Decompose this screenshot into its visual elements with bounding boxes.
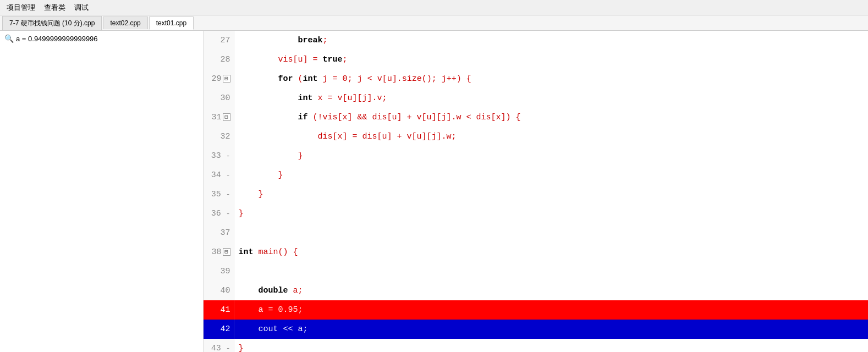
line-number: 29⊟ xyxy=(204,69,234,89)
table-row: 42 cout << a; xyxy=(204,320,868,339)
main-area: 🔍 a = 0.9499999999999996 27 break; 28 vi… xyxy=(0,31,868,352)
code-content: if (!vis[x] && dis[u] + v[u][j].w < dis[… xyxy=(234,108,868,127)
code-content: double a; xyxy=(234,281,868,300)
table-row: 29⊟ for (int j = 0; j < v[u].size(); j++… xyxy=(204,69,868,89)
table-row: 38⊟ int main() { xyxy=(204,243,868,262)
watch-value: a = 0.9499999999999996 xyxy=(16,35,98,43)
tab-bar: 7-7 硬币找钱问题 (10 分).cpp text02.cpp text01.… xyxy=(0,15,868,31)
tab-text01[interactable]: text01.cpp xyxy=(149,16,194,30)
line-number: 37 xyxy=(204,223,234,243)
watch-item: 🔍 a = 0.9499999999999996 xyxy=(4,34,199,43)
line-number: 40 xyxy=(204,281,234,300)
code-content: int x = v[u][j].v; xyxy=(234,89,868,108)
code-content: } xyxy=(234,146,868,166)
line-number: 34 - xyxy=(204,166,234,185)
code-content: dis[x] = dis[u] + v[u][j].w; xyxy=(234,127,868,146)
code-content: a = 0.95; xyxy=(234,300,868,320)
code-content: cout << a; xyxy=(234,320,868,339)
table-row: 34 - } xyxy=(204,166,868,185)
line-number: 42 xyxy=(204,320,234,339)
table-row: 30 int x = v[u][j].v; xyxy=(204,89,868,108)
menu-view[interactable]: 查看类 xyxy=(40,1,70,15)
code-area[interactable]: 27 break; 28 vis[u] = true; 29⊟ for (int… xyxy=(204,31,868,352)
line-number: 41 xyxy=(204,300,234,320)
fold-31[interactable]: ⊟ xyxy=(223,113,230,121)
line-number: 30 xyxy=(204,89,234,108)
line-number: 33 - xyxy=(204,146,234,166)
line-number: 32 xyxy=(204,127,234,146)
table-row: 35 - } xyxy=(204,185,868,204)
menu-project[interactable]: 项目管理 xyxy=(2,1,40,15)
code-content xyxy=(234,262,868,281)
table-row: 43 - } xyxy=(204,339,868,352)
table-row: 40 double a; xyxy=(204,281,868,300)
table-row: 32 dis[x] = dis[u] + v[u][j].w; xyxy=(204,127,868,146)
line-number: 38⊟ xyxy=(204,243,234,262)
code-content: break; xyxy=(234,31,868,50)
table-row: 36 - } xyxy=(204,204,868,223)
line-number: 35 - xyxy=(204,185,234,204)
watch-icon: 🔍 xyxy=(4,34,14,43)
code-content: int main() { xyxy=(234,243,868,262)
code-content: } xyxy=(234,166,868,185)
table-row: 31⊟ if (!vis[x] && dis[u] + v[u][j].w < … xyxy=(204,108,868,127)
line-number: 36 - xyxy=(204,204,234,223)
code-content xyxy=(234,223,868,243)
tab-coin-problem[interactable]: 7-7 硬币找钱问题 (10 分).cpp xyxy=(2,16,102,30)
code-content: for (int j = 0; j < v[u].size(); j++) { xyxy=(234,69,868,89)
menu-bar: 项目管理 查看类 调试 xyxy=(0,0,868,15)
line-number: 27 xyxy=(204,31,234,50)
tab-text02[interactable]: text02.cpp xyxy=(103,16,147,29)
code-content: } xyxy=(234,339,868,352)
code-content: } xyxy=(234,204,868,223)
menu-debug[interactable]: 调试 xyxy=(70,1,93,15)
line-number: 31⊟ xyxy=(204,108,234,127)
code-content: } xyxy=(234,185,868,204)
fold-29[interactable]: ⊟ xyxy=(223,75,230,82)
table-row: 41 a = 0.95; xyxy=(204,300,868,320)
line-number: 28 xyxy=(204,50,234,69)
table-row: 28 vis[u] = true; xyxy=(204,50,868,69)
table-row: 37 xyxy=(204,223,868,243)
code-table: 27 break; 28 vis[u] = true; 29⊟ for (int… xyxy=(204,31,868,352)
code-content: vis[u] = true; xyxy=(234,50,868,69)
left-panel: 🔍 a = 0.9499999999999996 xyxy=(0,31,204,352)
line-number: 39 xyxy=(204,262,234,281)
table-row: 33 - } xyxy=(204,146,868,166)
table-row: 39 xyxy=(204,262,868,281)
line-number: 43 - xyxy=(204,339,234,352)
table-row: 27 break; xyxy=(204,31,868,50)
fold-38[interactable]: ⊟ xyxy=(223,248,230,256)
